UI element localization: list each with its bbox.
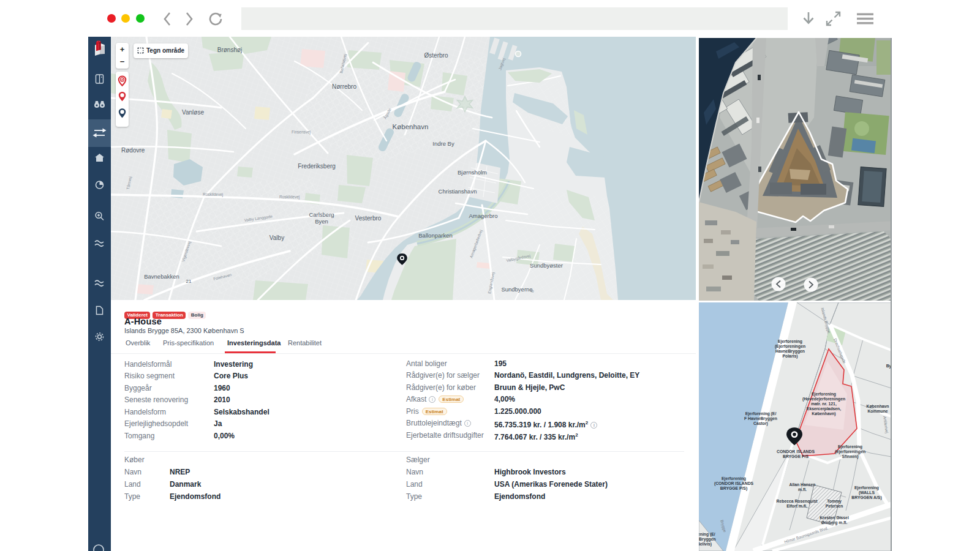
svg-text:HavneBryggen: HavneBryggen [775,349,805,354]
svg-text:Ejerforening: Ejerforening [778,339,802,344]
svg-text:Vanløse: Vanløse [182,109,204,116]
svg-text:(CONDOR ISLANDS: (CONDOR ISLANDS [714,481,754,486]
svg-text:Ejerforening (E/: Ejerforening (E/ [745,411,777,416]
svg-text:Indre By: Indre By [432,140,454,147]
svg-text:(Ejerforeningen: (Ejerforeningen [835,449,865,454]
svg-text:Kommune: Kommune [867,409,888,413]
svg-text:Ejerforening: Ejerforening [812,392,836,397]
svg-text:Sundbyøster: Sundbyøster [530,262,563,269]
svg-text:matr. nr. 121,: matr. nr. 121, [811,402,837,407]
svg-text:Elfort m.fl.: Elfort m.fl. [786,504,807,508]
svg-text:Ballonparken: Ballonparken [418,232,452,239]
svg-text:orening (E/: orening (E/ [699,532,715,537]
svg-text:m.fl.: m.fl. [798,487,807,492]
svg-text:(Ejerforeningen: (Ejerforeningen [775,344,805,349]
svg-text:Sundbyerne: Sundbyerne [501,286,532,293]
svg-text:Sfinxen): Sfinxen) [842,454,859,459]
svg-text:Byen: Byen [315,218,328,225]
svg-text:Finsensvej: Finsensvej [292,130,311,135]
svg-text:Frederiksberg: Frederiksberg [298,163,336,170]
svg-text:Ejerforening: Ejerforening [722,476,746,481]
svg-text:Nørrebro: Nørrebro [332,83,356,90]
svg-text:Rødovre: Rødovre [121,147,145,154]
svg-text:Ørnberg m.fl.: Ørnberg m.fl. [821,520,848,525]
svg-text:Rebecca Rosenquist: Rebecca Rosenquist [777,499,818,504]
svg-text:Carlsberg: Carlsberg [309,211,334,218]
svg-text:Roskildevej: Roskildevej [203,192,223,197]
svg-text:Allan Hansen: Allan Hansen [789,482,815,487]
svg-text:F HavneBryggen: F HavneBryggen [744,416,777,421]
svg-text:(WALLS: (WALLS [859,490,875,495]
svg-text:Tommy: Tommy [827,499,842,504]
svg-text:Bellvis): Bellvis) [699,542,712,547]
svg-text:(Hovedejerforeningen: (Hovedejerforeningen [802,397,845,402]
svg-text:København: København [393,123,429,130]
svg-text:København: København [866,404,889,408]
svg-text:Vesterbro: Vesterbro [355,215,382,222]
svg-text:Castor): Castor) [753,421,768,426]
svg-text:Valby: Valby [270,234,284,241]
svg-text:Christianshavn: Christianshavn [439,188,477,195]
svg-text:Bavnebakken: Bavnebakken [144,273,179,280]
svg-text:Østerbro: Østerbro [424,52,448,59]
svg-text:meBryggen: meBryggen [699,537,716,542]
svg-text:Polaris): Polaris) [783,354,798,359]
svg-text:CONDOR ISLANDS: CONDOR ISLANDS [777,449,815,454]
svg-text:Eksercerpladsen,: Eksercerpladsen, [807,407,841,411]
svg-text:Petersen: Petersen [826,504,843,508]
svg-text:Ejerforening: Ejerforening [854,485,879,490]
svg-text:Brønshøj: Brønshøj [217,47,243,53]
svg-text:Kresten Gissel: Kresten Gissel [820,515,849,520]
svg-text:BRYGGEN A/S): BRYGGEN A/S) [851,495,881,500]
svg-text:BRYGGE P/S): BRYGGE P/S) [720,486,747,491]
svg-text:21: 21 [186,279,192,284]
svg-text:Ejerforening: Ejerforening [838,444,862,449]
svg-text:København): København) [812,411,835,416]
svg-text:Amagerbro: Amagerbro [469,212,498,219]
svg-text:Roskildevej: Roskildevej [279,195,300,200]
svg-text:BRYGGE P/S: BRYGGE P/S [783,454,809,459]
svg-text:Bjørnsholm: Bjørnsholm [458,169,487,176]
